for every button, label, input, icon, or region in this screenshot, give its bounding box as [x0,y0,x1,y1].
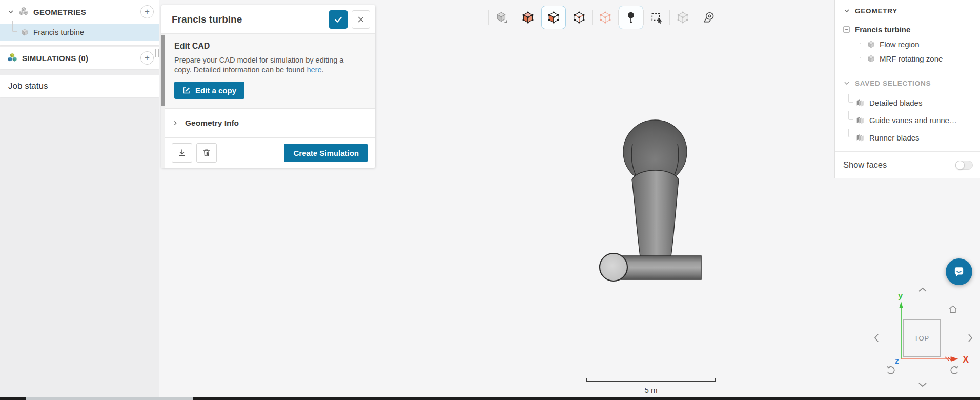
scale-bar [586,378,716,382]
measure-button[interactable] [696,5,722,30]
project-sidebar: GEOMETRIES + Francis turbine [0,0,159,397]
sidebar-item-label: Francis turbine [33,28,84,36]
sidebar-resize-handle[interactable] [155,49,159,57]
selection-toolbar [488,5,722,30]
spacer [0,41,159,45]
panel-header: Francis turbine [161,5,375,34]
sidebar-item-francis-turbine[interactable]: Francis turbine [0,24,159,41]
simulations-card: SIMULATIONS (0) + [0,47,159,69]
chevron-down-icon [7,8,14,15]
tree-connector [12,21,17,32]
add-geometry-button[interactable]: + [140,5,154,18]
cube-icon [867,54,875,63]
view-cube-top-face[interactable]: TOP [903,319,941,357]
select-volumes-button[interactable] [515,5,541,30]
geometry-info-expander[interactable]: Geometry Info [161,109,375,138]
chevron-down-icon [843,7,850,14]
saved-selection-runner-blades[interactable]: Runner blades [835,129,980,146]
edit-cad-help-link[interactable]: here [307,66,321,74]
axis-x-label: X [963,354,969,365]
select-faces-button[interactable] [541,6,566,29]
select-volumes-icon [521,11,535,24]
job-status-section[interactable]: Job status [0,75,159,97]
faces-selection-icon [855,133,865,142]
collapse-icon[interactable]: − [843,26,850,33]
bottom-scrollbar-thumb[interactable] [26,397,193,400]
panel-scrollbar[interactable] [161,34,165,168]
create-simulation-button[interactable]: Create Simulation [284,144,368,162]
select-edges-icon [573,11,586,24]
saved-selection-guide-vanes[interactable]: Guide vanes and runne… [835,111,980,129]
rotate-ccw-button[interactable] [885,364,897,378]
saved-selection-label: Detailed blades [869,98,922,107]
delete-button[interactable] [196,143,217,163]
faces-selection-icon [855,115,865,125]
turbine-model [580,103,733,297]
show-faces-toggle[interactable] [955,161,973,170]
check-icon [333,14,343,25]
close-button[interactable] [352,10,370,29]
edit-a-copy-label: Edit a copy [195,86,236,95]
edit-a-copy-button[interactable]: Edit a copy [174,82,244,99]
chevron-down-icon [843,79,850,87]
edit-cad-heading: Edit CAD [174,42,364,51]
close-icon [357,15,365,24]
chevron-right-icon [967,332,974,344]
select-faces-icon [547,11,560,24]
rotate-down-button[interactable] [917,381,928,390]
simulations-header[interactable]: SIMULATIONS (0) + [0,47,159,69]
panel-body: Edit CAD Prepare your CAD model for simu… [161,34,375,168]
saved-selections-header[interactable]: SAVED SELECTIONS [835,72,980,94]
select-edges-button[interactable] [566,5,592,30]
show-faces-row: Show faces [835,151,980,178]
confirm-button[interactable] [329,10,348,29]
view-cube-label: TOP [914,334,930,342]
tree-connector [848,94,853,103]
select-vertices-icon [599,11,612,24]
bottom-scrollbar[interactable] [0,397,980,400]
geometry-section-label: GEOMETRY [855,7,897,15]
download-button[interactable] [172,143,192,163]
tree-connector [848,129,853,137]
geometry-detail-panel: Francis turbine Edit CAD Prepare your CA… [161,5,375,168]
home-view-button[interactable] [947,304,958,318]
measure-icon [702,11,716,24]
edit-cad-description-suffix: . [322,66,324,74]
edit-cad-description: Prepare your CAD model for simulation by… [174,55,360,75]
select-vertices-button [593,5,618,30]
support-chat-button[interactable] [946,258,972,285]
geometry-section-header[interactable]: GEOMETRY [835,0,980,22]
select-body-button[interactable] [489,5,515,30]
frame-select-button [670,5,696,30]
axis-y-label: y [898,291,903,301]
chevron-left-icon [873,332,880,344]
scale-bar-label: 5 m [586,386,716,394]
rotate-up-button[interactable] [917,286,928,295]
rotate-cw-button[interactable] [948,364,961,378]
edit-cad-section: Edit CAD Prepare your CAD model for simu… [161,34,375,109]
tree-item-mrf-rotating-zone[interactable]: MRF rotating zone [835,51,980,66]
probe-point-button[interactable] [619,6,643,29]
panel-title: Francis turbine [172,14,329,25]
rotate-left-button[interactable] [873,332,880,346]
toolbar-divider [722,10,722,25]
chat-bubble-icon [952,265,966,278]
tree-root-francis-turbine[interactable]: − Francis turbine [835,22,980,37]
tree-item-label: Flow region [880,40,920,49]
chevron-down-icon [917,381,928,388]
geometries-card: GEOMETRIES + Francis turbine [0,0,159,45]
faces-selection-icon [855,98,865,107]
cube-icon [867,40,875,49]
tree-item-flow-region[interactable]: Flow region [835,37,980,51]
tree-connector [860,48,864,58]
saved-selection-detailed-blades[interactable]: Detailed blades [835,94,980,111]
box-select-button[interactable] [644,5,669,30]
panel-scrollbar-thumb[interactable] [161,35,165,106]
app-window: 5 m [0,0,980,400]
add-simulation-button[interactable]: + [140,51,154,65]
probe-point-icon [624,11,638,24]
rotate-right-button[interactable] [967,332,974,346]
geometries-header[interactable]: GEOMETRIES + [0,0,159,24]
home-icon [947,304,958,315]
spacer [0,71,159,75]
